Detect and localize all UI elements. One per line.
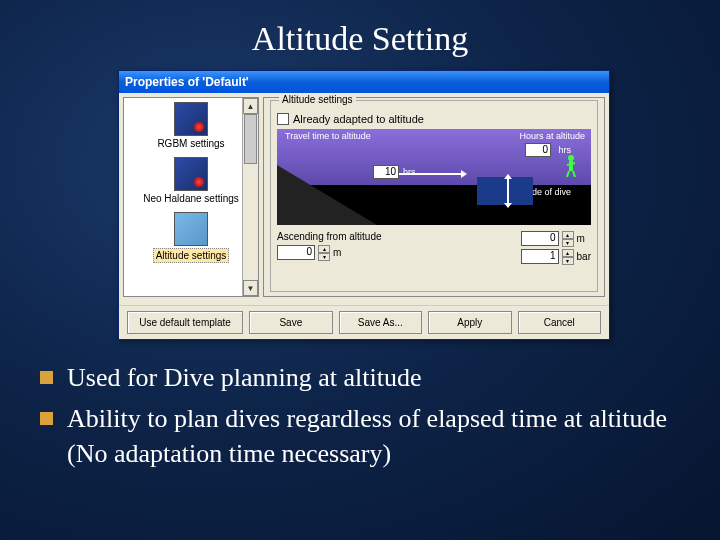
bullet-text: Ability to plan dives regardless of elap… — [67, 401, 680, 471]
sidebar-item-label: RGBM settings — [128, 138, 254, 149]
ascending-spinner[interactable]: ▴▾ — [318, 245, 330, 260]
altitude-groupbox: Altitude settings Already adapted to alt… — [270, 100, 598, 292]
hours-input[interactable]: 0 — [525, 143, 551, 157]
svg-line-3 — [567, 171, 569, 177]
slide-title: Altitude Setting — [0, 0, 720, 58]
sidebar-item-rgbm[interactable]: RGBM settings — [128, 102, 254, 149]
ascending-label: Ascending from altitude — [277, 231, 382, 242]
svg-point-0 — [568, 155, 574, 161]
globe-icon — [174, 157, 208, 191]
settings-sidebar: RGBM settings Neo Haldane settings Altit… — [123, 97, 259, 297]
sidebar-scrollbar[interactable]: ▲ ▼ — [242, 98, 258, 296]
sidebar-item-label: Neo Haldane settings — [128, 193, 254, 204]
svg-line-2 — [567, 163, 575, 165]
bullet-icon — [40, 371, 53, 384]
travel-input[interactable]: 10 — [373, 165, 399, 179]
checkbox-label: Already adapted to altitude — [293, 113, 424, 125]
use-default-button[interactable]: Use default template — [127, 311, 243, 334]
bullet-text: Used for Dive planning at altitude — [67, 360, 680, 395]
ascending-input[interactable]: 0 — [277, 245, 315, 260]
altitude-icon — [174, 212, 208, 246]
bullet-list: Used for Dive planning at altitude Abili… — [40, 360, 680, 477]
window-titlebar[interactable]: Properties of 'Default' — [119, 71, 609, 93]
travel-label: Travel time to altitude — [285, 131, 371, 141]
adapted-checkbox-row[interactable]: Already adapted to altitude — [277, 113, 591, 125]
svg-rect-1 — [569, 161, 573, 171]
bar-input[interactable]: 1 — [521, 249, 559, 264]
save-button[interactable]: Save — [249, 311, 332, 334]
hours-unit: hrs — [558, 145, 571, 155]
ascending-field: Ascending from altitude 0 ▴▾ m — [277, 231, 382, 264]
groupbox-label: Altitude settings — [279, 94, 356, 105]
properties-window: Properties of 'Default' RGBM settings Ne… — [118, 70, 610, 340]
water-icon — [477, 177, 533, 205]
altitude-diagram: Hours at altitude 0 hrs Travel time to a… — [277, 129, 591, 225]
checkbox-icon[interactable] — [277, 113, 289, 125]
cancel-button[interactable]: Cancel — [518, 311, 601, 334]
altdive-unit: m — [577, 233, 585, 244]
list-item: Used for Dive planning at altitude — [40, 360, 680, 395]
altitude-panel: Altitude settings Already adapted to alt… — [263, 97, 605, 297]
diver-icon — [563, 153, 579, 177]
travel-unit: hrs — [403, 167, 416, 177]
altdive-field: 0 ▴▾ m 1 ▴▾ bar — [521, 231, 591, 264]
list-item: Ability to plan dives regardless of elap… — [40, 401, 680, 471]
altdive-input[interactable]: 0 — [521, 231, 559, 246]
scroll-down-icon[interactable]: ▼ — [243, 280, 258, 296]
bar-spinner[interactable]: ▴▾ — [562, 249, 574, 264]
ascending-unit: m — [333, 247, 341, 258]
altdive-spinner[interactable]: ▴▾ — [562, 231, 574, 246]
apply-button[interactable]: Apply — [428, 311, 511, 334]
dialog-button-row: Use default template Save Save As... App… — [119, 305, 609, 339]
window-title-text: Properties of 'Default' — [125, 75, 249, 89]
save-as-button[interactable]: Save As... — [339, 311, 422, 334]
svg-line-4 — [573, 171, 575, 177]
scroll-up-icon[interactable]: ▲ — [243, 98, 258, 114]
globe-icon — [174, 102, 208, 136]
sidebar-item-label: Altitude settings — [153, 248, 230, 263]
mountain-icon — [277, 165, 377, 225]
bullet-icon — [40, 412, 53, 425]
sidebar-item-haldane[interactable]: Neo Haldane settings — [128, 157, 254, 204]
sidebar-item-altitude[interactable]: Altitude settings — [128, 212, 254, 263]
vertical-arrow-icon — [507, 179, 509, 203]
hours-label: Hours at altitude — [519, 131, 585, 141]
bar-unit: bar — [577, 251, 591, 262]
scroll-thumb[interactable] — [244, 114, 257, 164]
